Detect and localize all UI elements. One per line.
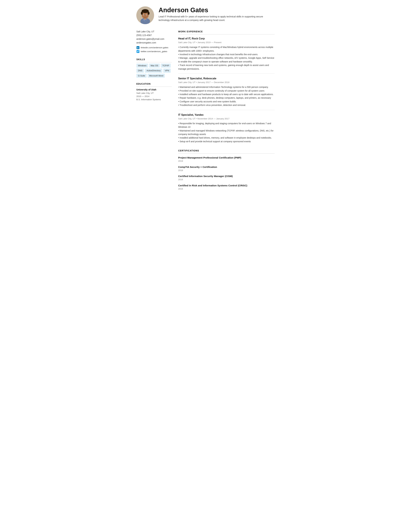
cert-name: Project Management Professional Certific… xyxy=(178,156,275,160)
job-title: IT Specialist, Yandex xyxy=(178,113,275,117)
cert-block: Certified Information Security Manager (… xyxy=(178,174,275,181)
skill-tag: VPN xyxy=(163,68,171,73)
sidebar: Salt Lake City, UT (555) 123-4567 anders… xyxy=(136,30,172,106)
skill-tag: TCP/IP xyxy=(161,64,171,68)
skill-tag: G-Suite xyxy=(136,74,147,78)
job-meta: Salt Lake City, UT • November 2014 — Jan… xyxy=(178,117,275,120)
svg-point-12 xyxy=(146,14,147,15)
cert-block: Certified in Risk and Information System… xyxy=(178,184,275,191)
contact-email: anderson.gates@ymail.com xyxy=(136,37,172,41)
skill-tag: Windows xyxy=(136,64,148,68)
linkedin-label: linkedin.com/anderson.gates xyxy=(141,46,168,49)
contact-location: Salt Lake City, UT xyxy=(136,30,172,33)
cert-year: 2018 xyxy=(178,169,275,172)
contact-website: andersongates.com xyxy=(136,41,172,44)
job-block: Senior IT Specialist, RoboscaleSalt Lake… xyxy=(178,76,275,110)
job-bullets: • Responsible for imaging, deploying and… xyxy=(178,122,275,143)
work-experience-section: WORK EXPERIENCE Head of IT, Rock CorpSal… xyxy=(178,30,275,146)
job-bullets: • Maintained and administered Informatio… xyxy=(178,85,275,107)
work-heading: WORK EXPERIENCE xyxy=(178,30,275,34)
job-block: IT Specialist, YandexSalt Lake City, UT … xyxy=(178,113,275,146)
candidate-name: Anderson Gates xyxy=(159,6,275,13)
header-info: Anderson Gates Lead IT Professional with… xyxy=(159,6,275,22)
job-title: Senior IT Specialist, Roboscale xyxy=(178,76,275,80)
svg-point-13 xyxy=(145,16,146,17)
svg-point-11 xyxy=(144,14,144,15)
cert-year: 2016 xyxy=(178,178,275,181)
svg-point-7 xyxy=(141,12,143,15)
job-bullets: • Currently manage IT systems consisting… xyxy=(178,45,275,71)
body-layout: Salt Lake City, UT (555) 123-4567 anders… xyxy=(136,30,275,193)
resume-page: Anderson Gates Lead IT Professional with… xyxy=(128,0,283,199)
skill-tag: ActiveDirectory xyxy=(145,68,162,73)
certifications-section: CERTIFICATIONS Project Management Profes… xyxy=(178,149,275,190)
education-section: EDUCATION University of Utah Salt Lake C… xyxy=(136,82,172,101)
twitter-label: twitter.com/anderson_gates xyxy=(141,50,167,53)
candidate-summary: Lead IT Professional with 5+ years of ex… xyxy=(159,15,275,22)
cert-heading: CERTIFICATIONS xyxy=(178,149,275,153)
job-title: Head of IT, Rock Corp xyxy=(178,37,275,40)
cert-year: 2019 xyxy=(178,160,275,163)
header-section: Anderson Gates Lead IT Professional with… xyxy=(136,6,275,24)
linkedin-icon: in xyxy=(136,46,140,49)
edu-school: University of Utah xyxy=(136,88,172,92)
job-meta: Salt Lake City, UT • January 2019 — Pres… xyxy=(178,41,275,44)
contact-phone: (555) 123-4567 xyxy=(136,34,172,37)
edu-degree: B.S. Information Systems xyxy=(136,98,172,101)
skill-tag: Mac OS xyxy=(149,64,160,68)
main-content: WORK EXPERIENCE Head of IT, Rock CorpSal… xyxy=(178,30,275,193)
skill-tag: DNS xyxy=(136,68,144,73)
jobs-list: Head of IT, Rock CorpSalt Lake City, UT … xyxy=(178,37,275,146)
twitter-icon: 🐦 xyxy=(136,50,140,53)
cert-year: 2016 xyxy=(178,187,275,190)
cert-block: Project Management Professional Certific… xyxy=(178,156,275,163)
svg-point-6 xyxy=(142,9,149,13)
skills-section: SKILLS WindowsMac OSTCP/IPDNSActiveDirec… xyxy=(136,58,172,78)
cert-name: Certified Information Security Manager (… xyxy=(178,174,275,178)
certs-list: Project Management Professional Certific… xyxy=(178,156,275,190)
twitter-item[interactable]: 🐦 twitter.com/anderson_gates xyxy=(136,50,172,53)
edu-years: 2010 — 2014 xyxy=(136,95,172,98)
contact-section: Salt Lake City, UT (555) 123-4567 anders… xyxy=(136,30,172,53)
edu-block: University of Utah Salt Lake City, UT 20… xyxy=(136,88,172,101)
cert-block: CompTIA Security + Certification2018 xyxy=(178,165,275,172)
job-block: Head of IT, Rock CorpSalt Lake City, UT … xyxy=(178,37,275,74)
skills-tags: WindowsMac OSTCP/IPDNSActiveDirectoryVPN… xyxy=(136,64,172,78)
skill-tag: Microsoft Word xyxy=(148,74,165,78)
education-heading: EDUCATION xyxy=(136,82,172,87)
avatar xyxy=(136,6,154,24)
linkedin-item[interactable]: in linkedin.com/anderson.gates xyxy=(136,46,172,49)
svg-point-8 xyxy=(148,12,150,15)
cert-name: Certified in Risk and Information System… xyxy=(178,184,275,187)
svg-text:in: in xyxy=(137,47,139,49)
edu-location: Salt Lake City, UT xyxy=(136,92,172,95)
skills-heading: SKILLS xyxy=(136,58,172,62)
job-meta: Salt Lake City, UT • January 2017 — Dece… xyxy=(178,81,275,84)
cert-name: CompTIA Security + Certification xyxy=(178,165,275,169)
